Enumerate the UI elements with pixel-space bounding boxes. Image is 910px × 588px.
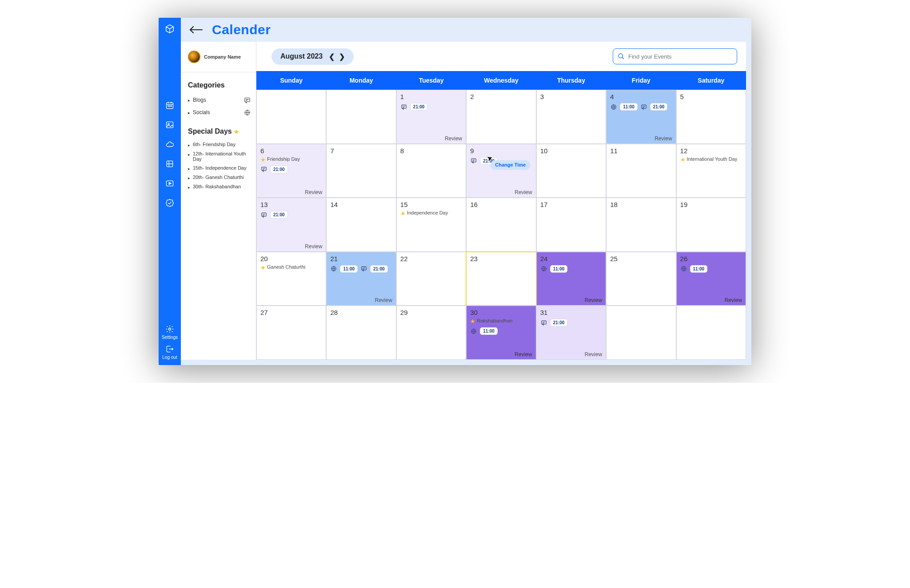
day-cell[interactable]: 18: [606, 198, 676, 252]
day-cell[interactable]: 17: [536, 198, 606, 252]
day-number: 11: [610, 147, 673, 155]
day-number: 10: [540, 147, 603, 155]
event-chip[interactable]: 11:00: [550, 265, 568, 273]
day-cell[interactable]: 14: [326, 198, 396, 252]
day-cell[interactable]: 12★International Youth Day: [676, 144, 746, 198]
settings-nav[interactable]: Settings: [162, 324, 178, 340]
day-number: 3: [540, 93, 603, 100]
svg-rect-17: [262, 213, 267, 216]
event-chip[interactable]: 11:00: [480, 327, 498, 335]
change-time-tooltip[interactable]: Change Time: [491, 160, 530, 169]
badge-nav-icon[interactable]: [165, 198, 175, 208]
company-row: Company Name: [181, 42, 256, 72]
blog-icon: [640, 103, 647, 111]
day-cell[interactable]: 6★Friendship Day21:00Review: [256, 144, 326, 198]
day-blank[interactable]: [326, 90, 396, 144]
day-number: 2: [470, 93, 533, 100]
day-blank[interactable]: [676, 306, 746, 360]
event-chip[interactable]: 21:00: [270, 166, 288, 173]
category-item-blogs[interactable]: ▸Blogs: [188, 94, 251, 106]
day-cell[interactable]: 20★Ganesh Chaturthi: [256, 252, 326, 306]
social-icon: [610, 103, 617, 111]
dow-monday: Monday: [326, 71, 396, 90]
day-blank[interactable]: [606, 306, 676, 360]
review-link[interactable]: Review: [515, 351, 532, 358]
day-cell[interactable]: 921:00Review➤Change Time: [466, 144, 536, 198]
dow-wednesday: Wednesday: [466, 71, 536, 90]
day-cell[interactable]: 2: [466, 90, 536, 144]
search-icon: [618, 53, 625, 60]
review-link[interactable]: Review: [585, 297, 602, 303]
grid-nav-icon[interactable]: [165, 159, 175, 169]
month-label: August 2023: [280, 52, 323, 60]
day-cell[interactable]: 7: [326, 144, 396, 198]
nav-items: [165, 100, 175, 208]
event-chip[interactable]: 11:00: [340, 265, 358, 273]
blog-icon: [243, 96, 251, 103]
review-link[interactable]: Review: [655, 135, 672, 142]
social-icon: [330, 265, 337, 272]
day-cell[interactable]: 15★Independence Day: [396, 198, 466, 252]
day-cell[interactable]: 16: [466, 198, 536, 252]
cloud-nav-icon[interactable]: [165, 139, 175, 149]
day-cell[interactable]: 10: [536, 144, 606, 198]
review-link[interactable]: Review: [445, 135, 462, 142]
review-link[interactable]: Review: [305, 189, 322, 195]
day-number: 13: [260, 201, 323, 208]
company-logo-icon: [188, 51, 200, 63]
day-number: 26: [680, 255, 743, 262]
day-cell[interactable]: 1321:00Review: [256, 198, 326, 252]
day-number: 30: [470, 309, 533, 316]
day-number: 23: [470, 255, 533, 262]
image-nav-icon[interactable]: [165, 120, 175, 130]
settings-label: Settings: [162, 335, 178, 340]
day-cell[interactable]: 8: [396, 144, 466, 198]
day-cell[interactable]: 411:0021:00Review: [606, 90, 676, 144]
review-link[interactable]: Review: [725, 297, 742, 303]
day-cell[interactable]: 25: [606, 252, 676, 306]
calendar-nav-icon[interactable]: [165, 100, 175, 110]
day-number: 22: [400, 255, 463, 262]
day-cell[interactable]: 3121:00Review: [536, 306, 606, 360]
day-cell[interactable]: 11: [606, 144, 676, 198]
day-number: 27: [260, 309, 323, 316]
review-link[interactable]: Review: [305, 243, 322, 250]
day-cell-today[interactable]: 23: [466, 252, 536, 306]
video-nav-icon[interactable]: [165, 179, 175, 188]
review-link[interactable]: Review: [515, 189, 532, 195]
event-chip[interactable]: 11:00: [620, 103, 638, 111]
category-item-socials[interactable]: ▸Socials: [188, 106, 251, 119]
logout-nav[interactable]: Log out: [162, 344, 177, 360]
next-month-button[interactable]: ❯: [339, 52, 345, 61]
day-cell[interactable]: 2411:00Review: [536, 252, 606, 306]
day-blank[interactable]: [256, 90, 326, 144]
star-icon: ★: [234, 128, 239, 135]
event-time: 11:00: [623, 104, 635, 109]
day-cell[interactable]: 5: [676, 90, 746, 144]
day-cell[interactable]: 22: [396, 252, 466, 306]
back-arrow-icon[interactable]: [186, 25, 206, 34]
day-cell[interactable]: 2111:0021:00Review: [326, 252, 396, 306]
blog-icon: [400, 103, 407, 111]
day-cell[interactable]: 19: [676, 198, 746, 252]
event-chip[interactable]: 21:00: [270, 211, 288, 219]
event-chip[interactable]: 21:00: [410, 103, 428, 111]
event-chip[interactable]: 21:00: [550, 319, 568, 326]
event-chip[interactable]: 21:00: [650, 103, 668, 111]
event-chip[interactable]: 21:00: [370, 265, 388, 273]
review-link[interactable]: Review: [375, 297, 392, 303]
day-cell[interactable]: 3: [536, 90, 606, 144]
day-cell[interactable]: 121:00Review: [396, 90, 466, 144]
day-number: 17: [540, 201, 603, 208]
search-input[interactable]: [628, 53, 732, 60]
event-chip[interactable]: 11:00: [690, 265, 708, 273]
categories-section: Categories ▸Blogs ▸Socials: [181, 72, 256, 119]
calendar-area: August 2023 ❮ ❯: [256, 42, 746, 360]
prev-month-button[interactable]: ❮: [329, 52, 335, 61]
day-cell[interactable]: 2611:00Review: [676, 252, 746, 306]
day-cell[interactable]: 28: [326, 306, 396, 360]
day-cell[interactable]: 29: [396, 306, 466, 360]
day-cell[interactable]: 30★Rakshabandhan11:00Review: [466, 306, 536, 360]
day-cell[interactable]: 27: [256, 306, 326, 360]
review-link[interactable]: Review: [585, 351, 602, 358]
